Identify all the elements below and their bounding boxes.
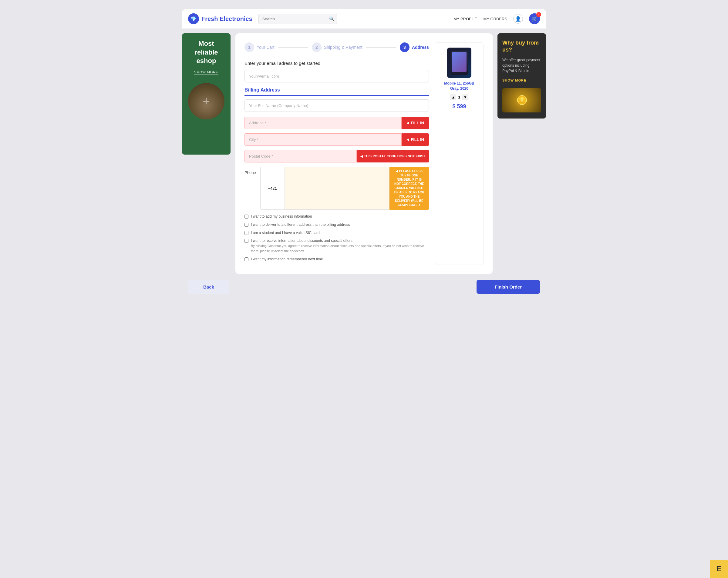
checkbox-row-5: I want my information remembered next ti… (244, 257, 429, 262)
step2-circle: 2 (312, 43, 321, 52)
logo-icon: 💎 (188, 13, 199, 24)
checkbox-discounts-label: I want to receive information about disc… (251, 238, 429, 253)
right-banner-title: Why buy from us? (502, 39, 541, 54)
checkbox-row-1: I want to add my business information (244, 214, 429, 219)
right-banner: Why buy from us? We offer great payment … (497, 33, 546, 118)
search-bar: 🔍 (258, 14, 337, 24)
checkbox-row-3: I am a student and I have a valid ISIC c… (244, 230, 429, 236)
quantity-control: ▲ 1 ▼ (450, 94, 468, 100)
checkbox-business-label: I want to add my business information (251, 214, 312, 219)
checkbox-remember-label: I want my information remembered next ti… (251, 257, 323, 262)
step-1: 1 Your Cart (244, 43, 275, 52)
product-screen (452, 52, 467, 72)
qty-value: 1 (458, 95, 460, 100)
postal-error-label: THIS POSTAL CODE DOES NOT EXIST (357, 150, 429, 162)
city-input[interactable] (244, 133, 401, 146)
bottom-bar: Back Finish Order (182, 280, 546, 294)
cart-icon[interactable]: 🛒 4 (529, 13, 540, 24)
billing-title: Billing Address (244, 87, 429, 96)
search-input[interactable] (258, 14, 337, 24)
step-2: 2 Shipping & Payment (312, 43, 363, 52)
product-sidebar: Mobile 11, 256GB Gray, 2020 ▲ 1 ▼ $ 599 (435, 43, 484, 265)
nav-my-profile[interactable]: MY PROFILE (453, 17, 477, 21)
phone-warning: PLEASE CHECK THE PHONE NUMBER. IF IT IS … (389, 167, 429, 210)
center-content: 1 Your Cart 2 Shipping & Payment 3 Addre… (235, 33, 493, 274)
bottom-badge[interactable]: E (710, 560, 728, 578)
city-row: FILL IN (244, 133, 429, 146)
bitcoin-image: 🪙 (502, 88, 541, 112)
checkbox-row-4: I want to receive information about disc… (244, 238, 429, 253)
checkbox-isic[interactable] (244, 231, 249, 235)
checkbox-different-address[interactable] (244, 223, 249, 227)
step-divider-1 (278, 47, 308, 48)
phone-number-input[interactable] (285, 167, 389, 210)
product-image (447, 48, 471, 78)
main-card: 1 Your Cart 2 Shipping & Payment 3 Addre… (235, 33, 493, 274)
checkbox-business[interactable] (244, 215, 249, 219)
left-banner: Most reliable eshop SHOW MORE (182, 33, 231, 155)
product-price: $ 599 (452, 103, 466, 110)
address-row: FILL IN (244, 117, 429, 129)
phone-prefix-input[interactable] (260, 167, 285, 210)
step1-circle: 1 (244, 43, 254, 52)
right-banner-show-more[interactable]: SHOW MORE (502, 79, 541, 83)
nav-my-orders[interactable]: MY ORDERS (484, 17, 508, 21)
step3-label: Address (412, 45, 429, 50)
logo-area[interactable]: 💎 Fresh Electronics (188, 13, 252, 24)
checkbox-different-address-label: I want to deliver to a different address… (251, 222, 350, 227)
step2-label: Shipping & Payment (324, 45, 363, 50)
left-banner-image (188, 83, 225, 119)
nav-links: MY PROFILE MY ORDERS 👤 🛒 4 (453, 13, 540, 24)
back-button[interactable]: Back (188, 280, 229, 294)
phone-label: Phone (244, 167, 260, 210)
checkbox-section: I want to add my business information I … (244, 214, 429, 262)
postal-row: THIS POSTAL CODE DOES NOT EXIST (244, 150, 429, 162)
qty-down-button[interactable]: ▼ (462, 94, 468, 100)
address-fill-in-button[interactable]: FILL IN (401, 117, 429, 129)
logo-text: Fresh Electronics (201, 16, 252, 22)
checkbox-row-2: I want to deliver to a different address… (244, 222, 429, 227)
step3-circle: 3 (400, 43, 410, 52)
checkbox-discounts[interactable] (244, 239, 249, 243)
address-input[interactable] (244, 117, 401, 129)
phone-row: Phone PLEASE CHECK THE PHONE NUMBER. IF … (244, 167, 429, 210)
step1-label: Your Cart (257, 45, 275, 50)
step-3: 3 Address (400, 43, 429, 52)
city-fill-in-button[interactable]: FILL IN (401, 133, 429, 146)
user-icon[interactable]: 👤 (513, 14, 523, 24)
product-name: Mobile 11, 256GB Gray, 2020 (440, 81, 478, 91)
email-title: Enter your email adress to get started (244, 61, 429, 66)
email-input[interactable] (244, 70, 429, 82)
stepper: 1 Your Cart 2 Shipping & Payment 3 Addre… (244, 43, 429, 52)
left-banner-title: Most reliable eshop (187, 39, 226, 65)
checkbox-remember[interactable] (244, 257, 249, 261)
checkbox-isic-label: I am a student and I have a valid ISIC c… (251, 230, 321, 236)
step-divider-2 (366, 47, 396, 48)
qty-up-button[interactable]: ▲ (450, 94, 456, 100)
right-banner-text: We offer great payment options including… (502, 57, 541, 74)
postal-input[interactable] (244, 150, 357, 162)
finish-order-button[interactable]: Finish Order (476, 280, 540, 294)
form-section: 1 Your Cart 2 Shipping & Payment 3 Addre… (244, 43, 429, 265)
cart-badge: 4 (536, 12, 541, 17)
full-name-input[interactable] (244, 100, 429, 112)
search-icon: 🔍 (329, 17, 334, 21)
left-banner-show-more[interactable]: SHOW MORE (194, 70, 218, 75)
